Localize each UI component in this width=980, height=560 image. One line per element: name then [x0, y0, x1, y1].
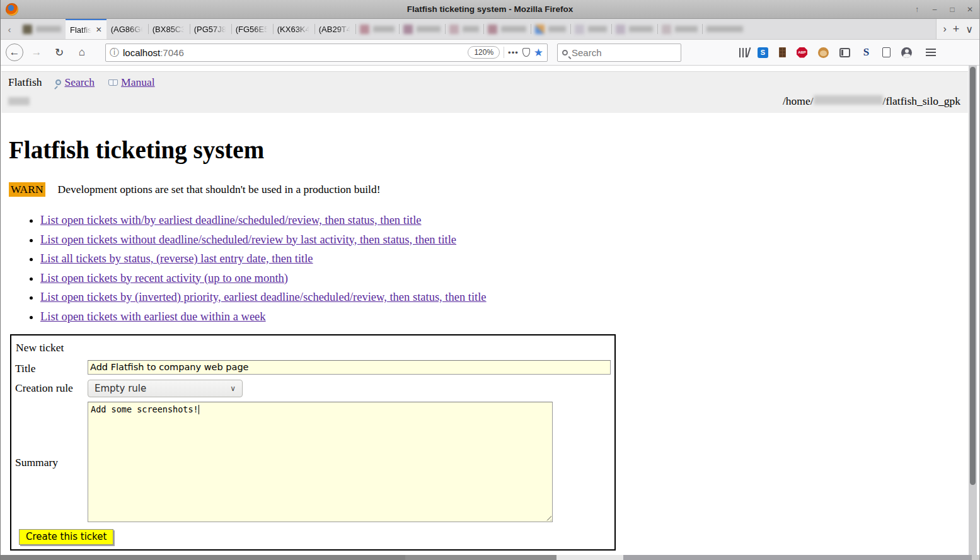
- reload-button[interactable]: ↻: [50, 43, 69, 62]
- bottom-segment: [556, 555, 623, 560]
- site-search-link[interactable]: Search: [55, 76, 95, 89]
- search-icon: [55, 79, 61, 85]
- search-bar[interactable]: [557, 44, 681, 62]
- blurred-favicon: [403, 25, 413, 34]
- warn-badge: WARN: [9, 182, 45, 197]
- home-button[interactable]: ⌂: [72, 43, 91, 62]
- site-info-icon[interactable]: ⓘ: [110, 47, 119, 59]
- blurred-tab-title: [706, 26, 743, 32]
- blurred-tab[interactable]: [355, 19, 399, 39]
- window-titlebar: Flatfish ticketing system - Mozilla Fire…: [1, 0, 979, 19]
- title-input[interactable]: [88, 360, 611, 375]
- summary-textarea[interactable]: Add some screenshots!: [88, 402, 553, 522]
- window-shade-icon[interactable]: ↑: [913, 5, 921, 14]
- blurred-tab[interactable]: [445, 19, 483, 39]
- blurred-tab[interactable]: [570, 19, 611, 39]
- page-viewport: Flatfish Search Manual /home//flatfish_s…: [1, 66, 968, 555]
- ticket-list-link-2[interactable]: List open tickets without deadline/sched…: [40, 233, 456, 246]
- blurred-favicon: [575, 25, 584, 34]
- tab-ticket-2[interactable]: (BX85C3: [148, 19, 190, 39]
- clipboard-extension-icon[interactable]: [882, 47, 891, 57]
- tracking-protection-shield-icon[interactable]: [522, 48, 530, 57]
- bottom-segment: [623, 555, 972, 560]
- blurred-tab[interactable]: [483, 19, 531, 39]
- blurred-tab-title: [588, 26, 607, 32]
- ticket-list-link-6[interactable]: List open tickets with earliest due with…: [40, 310, 266, 323]
- window-minimize-icon[interactable]: –: [930, 5, 939, 14]
- bottom-segment: [972, 555, 979, 560]
- greasemonkey-icon[interactable]: [818, 47, 829, 58]
- tab-scroll-left-icon[interactable]: ‹: [1, 19, 18, 39]
- page-actions-icon[interactable]: •••: [508, 48, 519, 57]
- back-button[interactable]: ←: [6, 44, 23, 61]
- bookmark-star-icon[interactable]: ★: [534, 46, 543, 59]
- search-icon: [562, 50, 568, 55]
- blurred-tab[interactable]: [18, 19, 66, 39]
- list-item: List all tickets by status, (reverse) la…: [40, 252, 968, 265]
- site-brand: Flatfish: [8, 76, 42, 89]
- book-icon: [108, 79, 118, 86]
- site-manual-link[interactable]: Manual: [108, 76, 154, 89]
- firefox-window: Flatfish ticketing system - Mozilla Fire…: [0, 0, 980, 560]
- creation-rule-label: Creation rule: [15, 380, 88, 397]
- create-ticket-button[interactable]: Create this ticket: [19, 529, 113, 545]
- blurred-tab[interactable]: [702, 19, 747, 39]
- tab-dropdown-icon[interactable]: ∨: [966, 23, 973, 35]
- scrollbar-thumb[interactable]: [970, 67, 976, 485]
- blurred-favicon: [662, 25, 671, 34]
- site-search-label: Search: [64, 76, 95, 89]
- blurred-tab[interactable]: [531, 19, 570, 39]
- ticket-list-link-5[interactable]: List open tickets by (inverted) priority…: [40, 291, 487, 303]
- blurred-tab[interactable]: [657, 19, 702, 39]
- form-legend: New ticket: [15, 340, 611, 356]
- tab-overflow-icon[interactable]: ›: [943, 23, 946, 35]
- session-extension-icon[interactable]: S: [758, 47, 768, 58]
- window-maximize-icon[interactable]: □: [948, 5, 957, 14]
- blurred-tab[interactable]: [399, 19, 445, 39]
- tab-ticket-5[interactable]: (KX63K4: [273, 19, 314, 39]
- zoom-indicator[interactable]: 120%: [468, 46, 500, 59]
- blurred-favicon: [535, 25, 545, 34]
- list-item: List open tickets without deadline/sched…: [40, 233, 968, 247]
- blurred-favicon: [488, 25, 497, 34]
- ticket-list-link-4[interactable]: List open tickets by recent activity (up…: [40, 272, 288, 284]
- tab-active-flatfish[interactable]: Flatfis ✕: [66, 19, 107, 39]
- library-icon[interactable]: [739, 48, 747, 57]
- blurred-tab[interactable]: [611, 19, 657, 39]
- new-tab-icon[interactable]: +: [953, 23, 960, 36]
- tab-label: (FG56E5: [236, 25, 268, 34]
- forward-button[interactable]: →: [27, 43, 46, 62]
- search-input[interactable]: [572, 47, 676, 58]
- new-ticket-form: New ticket Title Creation rule Empty rul…: [10, 334, 616, 551]
- sidebar-toggle-icon[interactable]: [839, 48, 850, 57]
- blurred-tab-title: [548, 26, 566, 32]
- tab-ticket-3[interactable]: (PG57J8L: [190, 19, 231, 39]
- url-bar[interactable]: ⓘ localhost:7046 120% ••• ★: [105, 44, 548, 62]
- adblock-plus-icon[interactable]: ABP: [797, 47, 807, 58]
- text-caret: [199, 405, 199, 414]
- summary-text: Add some screenshots!: [91, 404, 199, 414]
- menu-hamburger-icon[interactable]: [926, 49, 936, 56]
- resize-grip-icon[interactable]: [545, 514, 551, 521]
- tab-ticket-4[interactable]: (FG56E5: [231, 19, 273, 39]
- tab-bar: ‹ Flatfis ✕ (AG86G6 (BX85C3 (PG57J8L (FG…: [1, 19, 979, 40]
- vertical-scrollbar[interactable]: [969, 66, 977, 555]
- tab-label: (AB29T4: [319, 25, 351, 34]
- tab-ticket-6[interactable]: (AB29T4: [314, 19, 355, 39]
- blurred-favicon: [449, 25, 459, 34]
- ticket-list-link-3[interactable]: List all tickets by status, (reverse) la…: [40, 252, 313, 265]
- creation-rule-value: Empty rule: [95, 383, 146, 394]
- title-label: Title: [15, 360, 88, 375]
- ticket-link-list: List open tickets with/by earliest deadl…: [9, 214, 968, 324]
- account-icon[interactable]: [901, 47, 912, 58]
- close-tab-icon[interactable]: ✕: [96, 25, 102, 34]
- repository-path: /home//flatfish_silo_gpk: [783, 95, 960, 108]
- blurred-tab-title: [675, 26, 698, 32]
- ticket-list-link-1[interactable]: List open tickets with/by earliest deadl…: [40, 214, 422, 226]
- creation-rule-select[interactable]: Empty rule ∨: [88, 380, 243, 397]
- window-close-icon[interactable]: ✕: [966, 5, 974, 14]
- blurred-favicon: [616, 25, 625, 34]
- tab-ticket-1[interactable]: (AG86G6: [107, 19, 148, 39]
- stylus-extension-icon[interactable]: S: [861, 47, 872, 58]
- chocolate-extension-icon[interactable]: [779, 47, 786, 57]
